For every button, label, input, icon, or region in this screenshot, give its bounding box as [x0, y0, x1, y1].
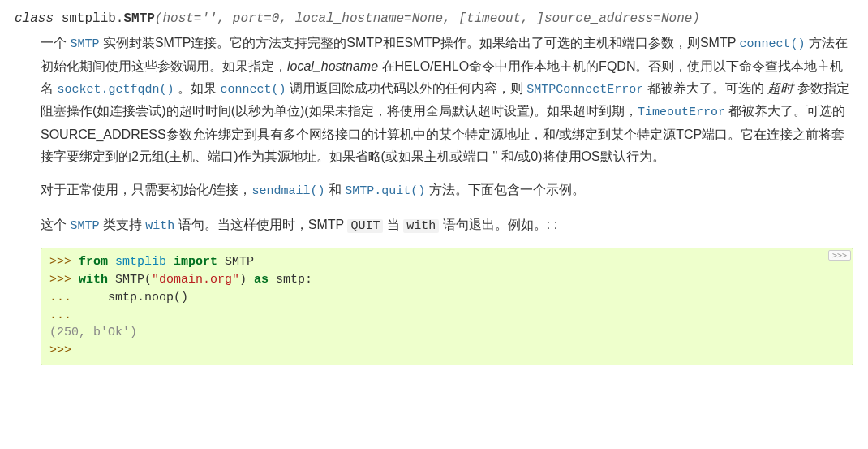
sig-params: (host='', port=0, local_hostname=None, [… [155, 11, 700, 26]
link-connect-2[interactable]: connect() [220, 83, 286, 97]
code-example: >>> >>> from smtplib import SMTP >>> wit… [41, 248, 853, 365]
link-smtp-quit[interactable]: SMTP.quit() [345, 184, 425, 198]
link-with[interactable]: with [145, 219, 174, 233]
copy-prompts-button[interactable]: >>> [828, 250, 851, 261]
sig-classname: SMTP [123, 11, 154, 26]
link-connect[interactable]: connect() [740, 37, 806, 51]
description-body: 一个 SMTP 实例封装SMTP连接。它的方法支持完整的SMTP和ESMTP操作… [41, 32, 853, 365]
description-paragraph-3: 这个 SMTP 类支持 with 语句。当这样使用时，SMTP QUIT 当 w… [41, 214, 853, 237]
sig-keyword: class [15, 11, 54, 26]
link-sendmail[interactable]: sendmail() [251, 184, 324, 198]
code-quit: QUIT [347, 219, 383, 233]
param-timeout: 超时 [767, 81, 793, 95]
sig-module: smtplib. [62, 11, 124, 26]
link-smtp[interactable]: SMTP [70, 37, 99, 51]
code-block: >>> from smtplib import SMTP >>> with SM… [41, 248, 853, 365]
code-with: with [403, 219, 439, 233]
param-local-hostname: local_hostname [287, 59, 378, 73]
link-smtpconnecterror[interactable]: SMTPConnectError [526, 83, 643, 97]
link-smtp-2[interactable]: SMTP [70, 219, 99, 233]
class-signature: class smtplib.SMTP(host='', port=0, loca… [15, 8, 853, 30]
description-paragraph-1: 一个 SMTP 实例封装SMTP连接。它的方法支持完整的SMTP和ESMTP操作… [41, 32, 853, 167]
link-timeouterror[interactable]: TimeoutError [638, 106, 725, 119]
description-paragraph-2: 对于正常使用，只需要初始化/连接，sendmail() 和 SMTP.quit(… [41, 179, 853, 202]
link-getfqdn[interactable]: socket.getfqdn() [57, 83, 174, 97]
